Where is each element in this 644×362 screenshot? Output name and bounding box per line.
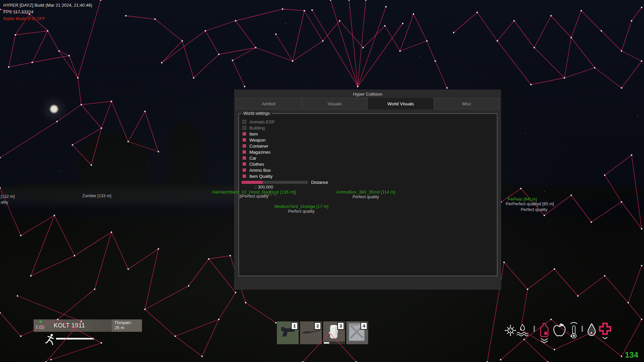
fps-text: FPS 117.33324 — [3, 9, 92, 14]
esp-label-item: PePear [94] m] — [508, 197, 537, 202]
checkbox-box[interactable] — [242, 168, 246, 172]
checkbox-box[interactable] — [242, 138, 246, 142]
distance-slider-fill — [242, 181, 263, 184]
checkbox-container[interactable]: Container — [242, 143, 268, 149]
checkbox-box[interactable] — [242, 120, 246, 124]
checkbox-box[interactable] — [242, 126, 246, 130]
menu-title: Hyper Collision — [235, 92, 501, 97]
checkbox-box[interactable] — [242, 174, 246, 178]
menu-tabs: AimbotVisualsWorld VisualsMisc — [236, 98, 499, 109]
esp-label-quality: Perfect quality — [288, 209, 314, 214]
esp-label-quality: PerPerfect qualityd [65 m] — [506, 202, 554, 206]
checkbox-item-quality[interactable]: Item Quality — [242, 173, 273, 179]
group-label: World settings — [242, 111, 271, 116]
build-text: HYPER [DAYZ] Build (Mar 21 2024, 21:40:4… — [3, 3, 92, 8]
distance-slider-label: Distance — [311, 180, 328, 185]
checkbox-item[interactable]: Item — [242, 131, 258, 137]
esp-label-item: AmmoBox_380_35rnd [114 m] — [336, 190, 395, 195]
checkbox-animals-esp[interactable]: Animals ESP — [242, 119, 275, 124]
esp-label-quality: Perfect quality — [352, 195, 379, 199]
checkbox-label: Car — [249, 156, 256, 161]
checkbox-ammo-box[interactable]: Ammo Box — [242, 167, 271, 173]
checkbox-clothes[interactable]: Clothes — [242, 161, 264, 167]
esp-label-zombie: Zombie [133 m] — [82, 194, 111, 198]
esp-label-quality: Perfect quality — [521, 207, 547, 212]
tab-misc[interactable]: Misc — [434, 98, 499, 109]
checkbox-box[interactable] — [242, 162, 246, 166]
distance-slider[interactable] — [242, 181, 308, 184]
checkbox-label: Animals ESP — [249, 119, 275, 124]
checkbox-building[interactable]: Building — [242, 125, 265, 131]
checkbox-magazines[interactable]: Magazines — [242, 149, 270, 155]
checkbox-car[interactable]: Car — [242, 155, 256, 161]
checkbox-label: Weapon — [249, 138, 265, 143]
checkbox-label: Clothes — [249, 162, 264, 167]
checkbox-label: Ammo Box — [249, 168, 271, 173]
distance-slider-value: :: 300,000 — [254, 185, 273, 190]
checkbox-box[interactable] — [242, 132, 246, 136]
esp-label-quality: pPerfect quality — [240, 194, 268, 199]
checkbox-label: Item Quality — [249, 174, 273, 179]
checkbox-label: Container — [249, 144, 268, 149]
esp-label-zombie: [132 m] — [1, 194, 15, 199]
checkbox-box[interactable] — [242, 150, 246, 154]
esp-label-zombie: ality — [1, 200, 8, 205]
checkbox-box[interactable] — [242, 156, 246, 160]
cheat-info-overlay: HYPER [DAYZ] Build (Mar 21 2024, 21:40:4… — [3, 3, 92, 23]
checkbox-box[interactable] — [242, 144, 246, 148]
game-screen: HYPER [DAYZ] Build (Mar 21 2024, 21:40:4… — [0, 0, 644, 362]
checkbox-label: Building — [249, 125, 265, 131]
checkbox-label: Magazines — [249, 150, 270, 155]
tab-aimbot[interactable]: Aimbot — [236, 98, 301, 109]
checkbox-weapon[interactable]: Weapon — [242, 137, 265, 143]
tab-visuals[interactable]: Visuals — [302, 98, 367, 109]
tab-world-visuals[interactable]: World Visuals — [368, 98, 434, 109]
esp-label-item: MediumTent_Orange [17 m] — [274, 204, 328, 209]
battle-mode-text: Battle Mode [F4] OFF — [3, 16, 92, 21]
checkbox-label: Item — [249, 132, 258, 137]
